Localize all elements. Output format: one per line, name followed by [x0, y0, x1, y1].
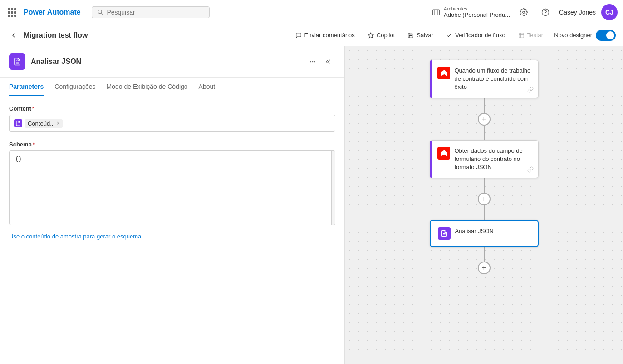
tab-about[interactable]: About	[199, 78, 216, 96]
save-icon	[407, 32, 414, 39]
svg-rect-0	[8, 8, 10, 10]
svg-line-10	[101, 13, 103, 15]
svg-rect-7	[11, 15, 13, 17]
feedback-icon	[295, 32, 302, 39]
connector-3	[484, 247, 485, 262]
svg-point-18	[310, 61, 311, 63]
tab-code-view[interactable]: Modo de Exibição de Código	[107, 78, 188, 96]
schema-textarea[interactable]: {}	[10, 151, 331, 223]
svg-rect-11	[433, 10, 440, 15]
panel-more-button[interactable]	[306, 55, 319, 68]
svg-rect-8	[14, 15, 16, 17]
svg-rect-5	[14, 11, 16, 14]
add-step-button-2[interactable]: +	[478, 193, 491, 205]
schema-textarea-wrapper: {}	[9, 150, 335, 225]
new-designer-toggle[interactable]	[596, 30, 616, 41]
new-designer-container: Novo designer	[554, 30, 616, 41]
send-feedback-button[interactable]: Enviar comentários	[290, 29, 360, 41]
environment-icon	[432, 8, 440, 16]
node-left-bar-2	[430, 141, 432, 178]
flow-canvas[interactable]: Quando um fluxo de trabalho de contrato …	[345, 46, 623, 364]
search-input[interactable]	[107, 9, 203, 16]
checker-icon	[446, 32, 452, 39]
node-title-3: Analisar JSON	[455, 227, 494, 235]
user-name: Casey Jones	[559, 9, 596, 16]
connector-2b	[484, 205, 485, 220]
content-field-input[interactable]: Conteúd... ×	[9, 115, 335, 132]
environment-label: Ambientes	[444, 6, 510, 11]
svg-point-20	[314, 61, 315, 63]
panel-title: Analisar JSON	[31, 58, 301, 66]
environment-name: Adobe (Personal Produ...	[444, 11, 510, 18]
panel-header: Analisar JSON	[0, 46, 344, 78]
node-icon-1	[437, 67, 450, 79]
svg-point-13	[542, 9, 549, 15]
search-bar[interactable]	[92, 6, 210, 18]
new-designer-label: Novo designer	[554, 32, 592, 39]
svg-marker-15	[368, 33, 373, 38]
svg-point-9	[98, 10, 102, 13]
back-button[interactable]	[7, 29, 20, 42]
schema-resize-handle[interactable]	[331, 151, 335, 225]
add-step-button-3[interactable]: +	[478, 262, 491, 274]
content-tag-close[interactable]: ×	[57, 120, 60, 126]
settings-button[interactable]	[515, 4, 532, 20]
node-title-1: Quando um fluxo de trabalho de contrato …	[455, 67, 531, 92]
search-icon	[98, 9, 103, 15]
flow-node-1[interactable]: Quando um fluxo de trabalho de contrato …	[430, 60, 539, 98]
node-icon-2	[437, 147, 450, 160]
gear-icon	[520, 8, 528, 16]
connector-group-1: +	[478, 98, 491, 140]
svg-rect-3	[8, 11, 10, 14]
more-icon	[309, 58, 316, 65]
flow-node-2[interactable]: Obter dados do campo de formulário do co…	[430, 140, 539, 179]
add-step-button-1[interactable]: +	[478, 113, 491, 126]
question-icon	[541, 8, 549, 16]
svg-rect-4	[11, 11, 13, 14]
node-link-icon-2	[527, 166, 534, 174]
app-title: Power Automate	[24, 8, 81, 16]
flow-checker-button[interactable]: Verificador de fluxo	[441, 29, 511, 41]
panel-content: Content* Conteúd... × Schema*	[0, 96, 344, 364]
node-left-bar-1	[430, 60, 432, 98]
svg-point-12	[523, 11, 525, 13]
sample-link[interactable]: Use o conteúdo de amostra para gerar o e…	[9, 233, 141, 240]
connector-1	[484, 98, 485, 113]
svg-rect-6	[8, 15, 10, 17]
connector-group-2: +	[478, 178, 491, 220]
node-title-2: Obter dados do campo de formulário do co…	[455, 147, 531, 172]
user-avatar[interactable]: CJ	[601, 4, 618, 20]
flow-title: Migration test flow	[24, 31, 88, 39]
node-icon-3	[438, 227, 451, 240]
copilot-icon	[368, 32, 374, 39]
test-icon	[518, 32, 525, 39]
content-tag: Conteúd... ×	[25, 119, 63, 128]
test-button[interactable]: Testar	[513, 29, 549, 41]
tab-configuracoes[interactable]: Configurações	[54, 78, 95, 96]
environment-text: Ambientes Adobe (Personal Produ...	[444, 6, 510, 18]
help-button[interactable]	[537, 4, 554, 20]
top-navigation: Power Automate Ambientes Adobe (Personal…	[0, 0, 623, 24]
connector-group-3: +	[478, 247, 491, 274]
left-panel: Analisar JSON Parameters Co	[0, 46, 345, 364]
panel-header-actions	[306, 55, 335, 68]
environment-selector[interactable]: Ambientes Adobe (Personal Produ...	[432, 6, 510, 18]
flow-container: Quando um fluxo de trabalho de contrato …	[430, 60, 539, 274]
back-icon	[10, 32, 17, 39]
connector-2	[484, 178, 485, 193]
svg-rect-1	[11, 8, 13, 10]
panel-collapse-button[interactable]	[323, 55, 335, 68]
svg-point-19	[312, 61, 314, 63]
node-link-icon-1	[527, 87, 534, 94]
app-grid-icon[interactable]	[5, 6, 18, 19]
copilot-button[interactable]: Copilot	[362, 29, 400, 41]
flow-node-3[interactable]: Analisar JSON	[430, 220, 539, 247]
save-button[interactable]: Salvar	[402, 29, 439, 41]
sub-navigation: Migration test flow Enviar comentários C…	[0, 24, 623, 46]
main-layout: Analisar JSON Parameters Co	[0, 46, 623, 364]
connector-1b	[484, 126, 485, 140]
tab-parameters[interactable]: Parameters	[9, 78, 44, 96]
schema-field-label: Schema*	[9, 141, 335, 148]
collapse-icon	[325, 58, 333, 65]
panel-icon	[9, 53, 25, 70]
